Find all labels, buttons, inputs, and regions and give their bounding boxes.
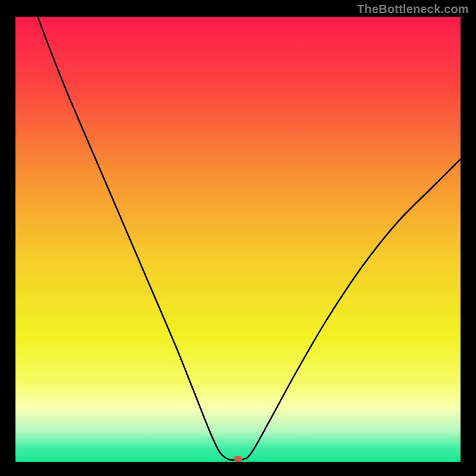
- gradient-background: [15, 17, 461, 462]
- watermark-text: TheBottleneck.com: [357, 2, 469, 16]
- chart-svg: [15, 17, 461, 462]
- min-marker: [234, 456, 242, 462]
- chart-container: TheBottleneck.com: [0, 0, 476, 476]
- plot-area: [15, 17, 461, 462]
